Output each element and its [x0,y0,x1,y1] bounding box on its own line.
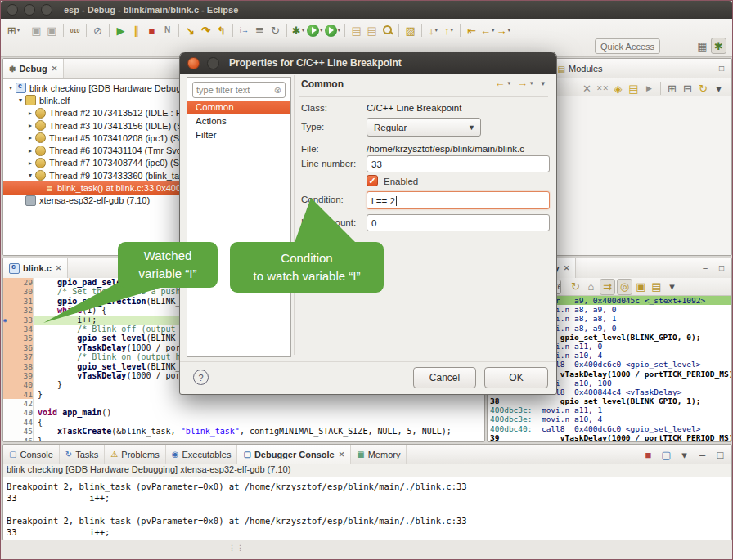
forward-icon[interactable]: →▾ [497,23,511,38]
open-element-icon[interactable]: ▤ [349,23,363,38]
maximize-icon[interactable]: □ [715,262,728,274]
dialog-close-icon[interactable] [187,57,200,69]
skip-all-breakpoints-icon[interactable]: ⊘ [91,23,105,38]
minimize-icon[interactable]: – [699,262,712,274]
line-number-ruler[interactable]: 44 [3,418,34,427]
last-edit-location-icon[interactable]: ⇤ [465,23,479,38]
statusbar-drag-handle[interactable]: ⋮⋮ [228,544,245,552]
line-number-ruler[interactable]: 46 [3,437,34,441]
open-resource-icon[interactable]: ▤ [365,23,379,38]
line-number-ruler[interactable]: 35 [3,334,34,343]
line-number-ruler[interactable]: 36 [3,343,34,352]
tab-blink-c[interactable]: blink.c ✕ [3,258,68,278]
quick-access-button[interactable]: Quick Access [595,38,660,54]
line-number-ruler[interactable]: 40 [3,380,34,389]
sync-with-pc-icon[interactable]: ⇉ [600,279,615,295]
line-number-input[interactable]: 33 [366,155,550,172]
enabled-checkbox[interactable]: ✓ [366,175,378,186]
open-perspective-icon[interactable]: ▦ [695,38,709,53]
debug-options-icon[interactable]: ≣ [253,23,267,38]
step-filters-icon[interactable]: ↻ [268,23,282,38]
debug-perspective-icon[interactable]: ✱ [711,38,726,54]
help-icon[interactable]: ? [193,370,209,385]
close-icon[interactable]: ✕ [564,264,570,272]
view-menu-icon[interactable]: ▾ [541,79,545,87]
edit-register-group-icon[interactable]: ▤ [627,81,641,96]
line-number-ruler[interactable]: 43⊖ [3,408,34,417]
line-number-ruler[interactable]: 32 [3,306,34,315]
window-maximize-icon[interactable] [41,4,52,16]
close-icon[interactable]: ✕ [52,65,58,73]
disconnect-icon[interactable]: N [160,23,174,38]
previous-annotation-icon[interactable]: ↑▾ [442,23,456,38]
line-number-ruler[interactable]: 45 [3,427,34,436]
display-selected-console-icon[interactable]: ▢ [659,447,673,462]
dialog-section-filter[interactable]: Filter [187,128,290,142]
line-number-ruler[interactable]: 42 [3,399,34,408]
back-icon[interactable]: ← [494,77,505,89]
maximize-icon[interactable]: □ [715,62,728,74]
maximize-icon[interactable]: □ [713,447,727,462]
line-number-ruler[interactable]: 37 [3,352,34,361]
clear-filter-icon[interactable]: ⊗ [274,85,281,96]
remove-icon[interactable]: ✕ [580,81,594,96]
add-register-group-icon[interactable]: ◈ [611,81,625,96]
minimize-icon[interactable]: – [695,447,709,462]
pin-icon[interactable]: ▤ [650,280,663,294]
tab-executables[interactable]: ◉Executables [166,445,238,464]
view-menu-icon[interactable]: ▾ [665,280,679,294]
line-number-ruler[interactable]: 34 [3,325,34,334]
tab-modules[interactable]: ▤Modules [552,59,609,78]
external-tools-icon[interactable]: ▾ [325,23,341,38]
line-number-ruler[interactable]: 39 [3,371,34,380]
tab-debug[interactable]: ✱ Debug ✕ [3,59,64,78]
forward-icon[interactable]: → [517,77,528,89]
home-icon[interactable]: ⌂ [584,280,598,294]
dialog-section-common[interactable]: Common [187,101,290,114]
refresh-icon[interactable]: ↻ [696,81,710,96]
view-menu-icon[interactable]: ▾ [712,81,726,96]
instruction-stepping-icon[interactable]: i→ [237,23,251,38]
line-number-ruler[interactable]: 31 [3,297,34,306]
open-new-view-icon[interactable]: ▣ [634,280,648,294]
tab-console[interactable]: ▢Console [3,445,60,464]
suspend-icon[interactable]: ∥ [129,23,143,38]
window-minimize-icon[interactable] [24,4,35,16]
line-number-ruler[interactable]: 41 [3,390,34,399]
debug-icon[interactable]: ✱▾ [291,23,305,38]
cancel-button[interactable]: Cancel [413,367,476,388]
close-icon[interactable]: ✕ [56,264,62,272]
line-number-ruler[interactable]: ◉33 [3,316,34,325]
tab-tasks[interactable]: ↻Tasks [60,445,106,464]
refresh-icon[interactable]: ↻ [569,280,582,294]
line-number-ruler[interactable]: 30 [3,287,34,296]
save-all-icon[interactable]: ▣ [45,23,59,38]
run-icon[interactable]: ▾ [307,23,323,38]
search-icon[interactable] [380,23,394,38]
step-return-icon[interactable]: ↰ [214,23,228,38]
console-output[interactable]: Breakpoint 2, blink_task (pvParameter=0x… [3,477,731,540]
close-icon[interactable]: ✕ [339,450,345,459]
ok-button[interactable]: OK [484,367,548,388]
line-number-ruler[interactable]: 29 [3,278,34,287]
tab-memory[interactable]: ▦Memory [351,445,407,464]
pointer-icon[interactable]: ▶ [642,81,656,96]
filter-input[interactable]: type filter text ⊗ [192,82,286,98]
remove-all-icon[interactable]: ✕✕ [596,81,609,96]
window-close-icon[interactable] [7,4,18,16]
tab-problems[interactable]: ⚠Problems [105,445,165,464]
step-over-icon[interactable]: ↷ [199,23,213,38]
next-annotation-icon[interactable]: ↓▾ [426,23,440,38]
mark-occurrences-icon[interactable]: ▨ [403,23,417,38]
build-binary-icon[interactable]: 010 [68,23,82,38]
line-number-ruler[interactable]: 38 [3,362,34,371]
ignore-count-input[interactable]: 0 [366,214,550,231]
step-into-icon[interactable]: ↘ [183,23,197,38]
condition-input[interactable]: i == 2 [366,191,550,209]
link-with-source-icon[interactable]: ◎ [617,279,632,295]
tab-debugger-console[interactable]: ▢Debugger Console✕ [237,445,351,464]
terminate-icon[interactable]: ■ [641,447,655,462]
dialog-section-actions[interactable]: Actions [187,114,290,128]
terminate-icon[interactable]: ■ [145,23,159,38]
new-wizard-icon[interactable]: ⊞▾ [7,23,20,38]
